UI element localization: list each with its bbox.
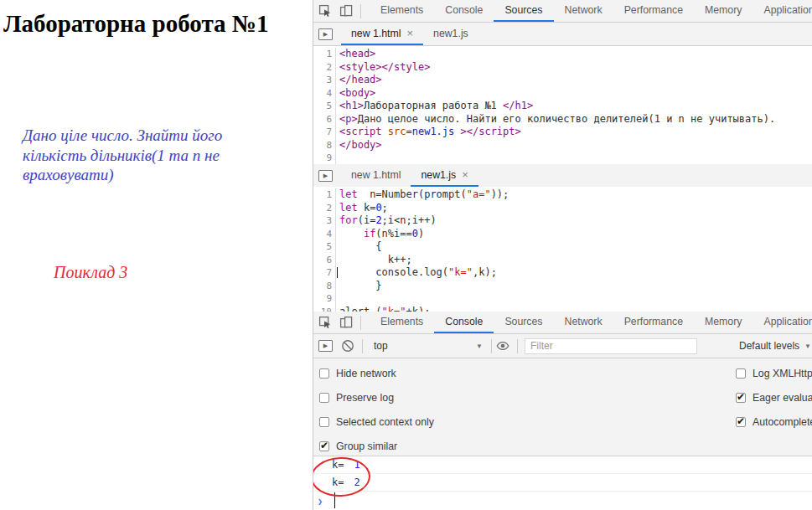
checkbox-label: Hide network xyxy=(336,368,396,379)
code-token: console.log( xyxy=(339,266,448,278)
code-line: 2<style></style> xyxy=(313,61,812,75)
inspect-icon[interactable] xyxy=(318,4,332,18)
tab-memory[interactable]: Memory xyxy=(694,0,753,22)
clear-console-icon[interactable] xyxy=(341,339,354,353)
code-token: { xyxy=(339,240,382,252)
code-text xyxy=(336,152,339,164)
checkbox-label: Autocomplete from history xyxy=(753,416,812,428)
code-token: ,k); xyxy=(473,266,497,278)
task-text: Дано ціле число. Знайти його кількість д… xyxy=(23,126,270,185)
log-levels-label: Default levels xyxy=(739,340,799,352)
tab-application[interactable]: Application xyxy=(753,0,812,22)
code-token: "k=" xyxy=(382,306,406,312)
code-line: 5 { xyxy=(313,240,812,254)
code-token: src xyxy=(382,126,406,137)
code-line: 6 k++; xyxy=(313,254,812,267)
device-toolbar-icon[interactable] xyxy=(339,4,353,18)
show-console-sidebar-icon[interactable]: ▶ xyxy=(318,340,333,352)
code-text: { xyxy=(336,240,382,254)
show-navigator-icon[interactable]: ▶ xyxy=(318,170,333,182)
context-selector[interactable]: top ▼ xyxy=(367,340,491,352)
file-tab[interactable]: new 1.html xyxy=(341,164,411,187)
line-number: 3 xyxy=(313,214,336,228)
code-token: new1.js xyxy=(412,126,455,137)
code-token: 2 xyxy=(375,214,381,226)
console-main-tabbar: ElementsConsoleSourcesNetworkPerformance… xyxy=(313,312,812,334)
code-line: 6<p>Дано целое число. Найти его количест… xyxy=(313,113,812,126)
live-expression-eye-icon[interactable] xyxy=(496,339,509,353)
filter-input[interactable] xyxy=(525,338,697,354)
sources-filetab-bar-bottom: ▶ new 1.htmlnew1.js× xyxy=(313,164,812,188)
code-token: (n%i== xyxy=(375,228,411,240)
line-number: 3 xyxy=(313,74,336,87)
context-selector-value: top xyxy=(374,340,388,352)
line-number: 10 xyxy=(313,306,336,312)
tab-console[interactable]: Console xyxy=(434,0,494,22)
file-tab[interactable]: new 1.html× xyxy=(341,23,423,45)
console-output: k=1k=2 ❯ xyxy=(313,456,812,510)
code-token: ;i<n;i++) xyxy=(382,214,437,226)
console-toolbar: ▶ top ▼ Default levels ▼ xyxy=(313,334,812,358)
tab-performance[interactable]: Performance xyxy=(613,312,694,333)
code-text: <script src=new1.js ></script> xyxy=(336,126,521,139)
code-text: <style></style> xyxy=(336,61,430,75)
file-tab-label: new1.js xyxy=(421,169,456,181)
log-text: k= xyxy=(332,459,344,471)
tab-sources[interactable]: Sources xyxy=(494,0,553,22)
console-prompt[interactable]: ❯ xyxy=(313,492,812,510)
code-text: <h1>Лабораторная работа №1 </h1> xyxy=(336,100,533,113)
js-code-editor[interactable]: 1let n=Number(prompt("a="));2let k=0;3fo… xyxy=(313,187,812,312)
tab-memory[interactable]: Memory xyxy=(694,312,753,333)
checkbox[interactable] xyxy=(319,417,329,427)
toolbar-separator xyxy=(491,339,492,353)
code-line: 10alert ("k="+k); xyxy=(313,306,812,312)
checkbox[interactable] xyxy=(319,441,329,451)
tab-network[interactable]: Network xyxy=(554,0,613,22)
device-toolbar-icon[interactable] xyxy=(339,316,353,329)
tab-elements[interactable]: Elements xyxy=(370,312,434,333)
html-code-editor[interactable]: 1<head>2<style></style>3</head>4<body>5<… xyxy=(313,46,812,164)
code-text: if(n%i==0) xyxy=(336,228,424,241)
checkbox[interactable] xyxy=(736,417,746,427)
code-token: ></script> xyxy=(454,126,520,137)
tab-sources[interactable]: Sources xyxy=(494,312,553,333)
code-token: <body> xyxy=(339,87,375,99)
tab-elements[interactable]: Elements xyxy=(370,0,434,22)
sources-main-tabbar: ElementsConsoleSourcesNetworkPerformance… xyxy=(313,0,812,23)
log-levels-dropdown[interactable]: Default levels ▼ xyxy=(739,340,812,352)
code-text: <head> xyxy=(336,48,375,61)
code-token: </head> xyxy=(339,74,382,85)
code-line: 7<script src=new1.js ></script> xyxy=(313,126,812,139)
checkbox[interactable] xyxy=(736,393,746,403)
tab-performance[interactable]: Performance xyxy=(613,0,694,22)
code-token: if xyxy=(364,228,375,240)
file-tab[interactable]: new1.js× xyxy=(411,164,478,187)
toolbar-separator xyxy=(360,316,361,330)
code-token: ) xyxy=(418,228,424,240)
code-text: k++; xyxy=(336,254,412,267)
line-number: 6 xyxy=(313,113,336,126)
log-value: 1 xyxy=(354,459,359,471)
code-text xyxy=(336,292,339,306)
code-token: <p> xyxy=(339,113,358,125)
checkbox[interactable] xyxy=(319,393,329,403)
console-settings-panel: Hide networkPreserve logSelected context… xyxy=(313,358,812,456)
file-tab[interactable]: new1.js xyxy=(423,23,478,45)
tab-application[interactable]: Application xyxy=(753,312,812,333)
code-text: </head> xyxy=(336,74,382,87)
tab-network[interactable]: Network xyxy=(554,312,613,333)
code-token: } xyxy=(339,280,382,291)
file-tab-label: new 1.html xyxy=(351,169,401,181)
tab-console[interactable]: Console xyxy=(434,312,494,333)
close-icon[interactable]: × xyxy=(462,171,468,179)
code-text: } xyxy=(336,280,382,293)
checkbox[interactable] xyxy=(319,368,329,379)
show-navigator-icon[interactable]: ▶ xyxy=(318,28,333,40)
inspect-icon[interactable] xyxy=(318,316,332,329)
close-icon[interactable]: × xyxy=(406,29,413,38)
settings-column-right: Log XMLHttpRequestsEager evaluationAutoc… xyxy=(736,361,812,434)
code-token: <style></style> xyxy=(339,61,430,73)
code-token: </h1> xyxy=(503,100,533,111)
chevron-down-icon: ▼ xyxy=(804,343,811,350)
checkbox[interactable] xyxy=(736,368,746,379)
